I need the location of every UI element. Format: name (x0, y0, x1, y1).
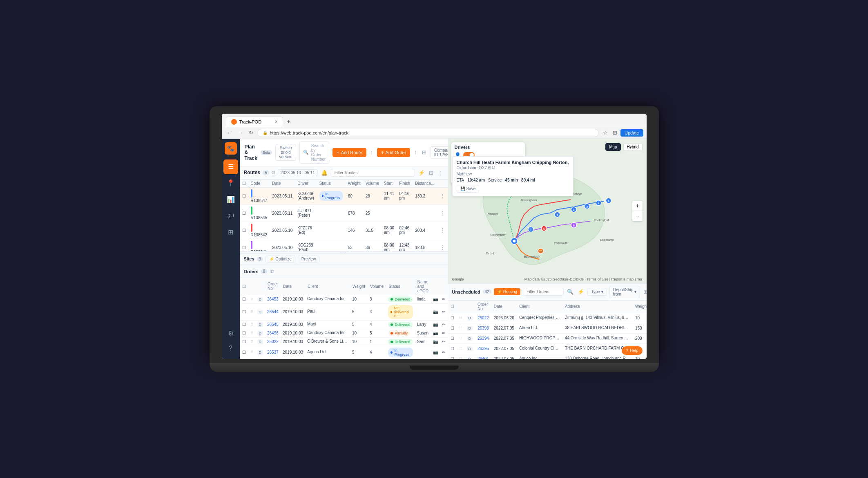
drag-handle[interactable]: ⠿ (248, 329, 255, 337)
order-edit-icon[interactable]: ✏ (440, 295, 447, 303)
back-btn[interactable]: ← (225, 129, 234, 137)
unsched-order-no[interactable]: 26395 (475, 343, 491, 354)
help-button[interactable]: ? Help (622, 346, 642, 355)
table-row[interactable]: ☐ R138545 2023.05.11 JUL871 (Peter) 678 … (240, 204, 448, 222)
order-number[interactable]: 26453 (265, 295, 281, 303)
sidebar-item-menu[interactable]: ☰ (223, 159, 238, 174)
list-item[interactable]: ☐ ⠿ D 26395 2022.07.05 Colonial Country … (448, 343, 647, 354)
view-toggle-icon[interactable]: ⊞ (428, 169, 434, 177)
optimize-button[interactable]: ⚡ Optimize (266, 256, 295, 263)
orders-filter-options[interactable]: ⚡ (577, 288, 585, 296)
row-checkbox[interactable]: ☐ (240, 204, 248, 222)
drag-handle[interactable]: ⠿ (457, 343, 464, 354)
unscheduled-view-toggle[interactable]: ⊞ (643, 288, 646, 296)
url-bar[interactable]: 🔒 https://web.track-pod.com/en/plan-trac… (257, 129, 599, 137)
row-checkbox[interactable]: ☐ (240, 303, 248, 320)
row-checkbox[interactable]: ☐ (448, 343, 457, 354)
search-box[interactable]: 🔍 Search by Order Number (299, 141, 330, 164)
order-number[interactable]: 26545 (265, 320, 281, 329)
order-edit-icon[interactable]: ✏ (440, 337, 447, 346)
zoom-in-btn[interactable]: + (632, 201, 642, 211)
upload-icon[interactable]: ↑ (413, 148, 418, 156)
add-route-button[interactable]: + Add Route (332, 148, 366, 157)
map-type-hybrid-btn[interactable]: Hybrid (623, 143, 643, 151)
table-row[interactable]: ☐ ⠿ D 26537 2019.10.03 Agrico Ltd. 5 4 I… (240, 346, 448, 359)
row-checkbox[interactable]: ☐ (240, 239, 248, 251)
more-options-icon[interactable]: ⋮ (437, 169, 444, 177)
bell-icon[interactable]: 🔔 (320, 169, 328, 177)
refresh-btn[interactable]: ↻ (247, 129, 255, 137)
map-area[interactable]: 8 7 5 4 3 2 (448, 139, 647, 283)
order-edit-icon[interactable]: ✏ (440, 303, 447, 320)
table-row[interactable]: ☐ ⠿ D 25022 2019.10.03 C Brewer & Sons L… (240, 337, 448, 346)
order-camera-icon[interactable]: 📷 (431, 295, 440, 303)
extensions-icon[interactable]: ⊞ (611, 129, 619, 137)
filter-icon[interactable]: ⚡ (417, 169, 426, 177)
order-number[interactable]: 26496 (265, 329, 281, 337)
order-edit-icon[interactable]: ✏ (440, 346, 447, 359)
table-row[interactable]: ☐ R138547 2023.05.11 KCG239 (Andrew) In … (240, 187, 448, 204)
routes-checkbox[interactable]: ☑ (272, 171, 275, 175)
bookmark-icon[interactable]: ☆ (601, 129, 609, 137)
route-more-btn[interactable]: ⋮ (437, 239, 448, 251)
drag-handle[interactable]: ⠿ (248, 320, 255, 329)
filter-orders-icon[interactable]: 🔍 (566, 288, 574, 296)
row-checkbox[interactable]: ☐ (240, 295, 248, 303)
drag-handle[interactable]: ⠿ (248, 295, 255, 303)
drag-handle[interactable]: ⠿ (248, 346, 255, 359)
drag-handle[interactable]: ⠿ (248, 337, 255, 346)
order-camera-icon[interactable]: 📷 (431, 320, 440, 329)
row-checkbox[interactable]: ☐ (240, 337, 248, 346)
add-order-button[interactable]: + Add Order (377, 148, 410, 157)
preview-button[interactable]: Preview (298, 256, 320, 263)
routing-button[interactable]: ⚡ Routing (494, 288, 520, 295)
order-camera-icon[interactable]: 📷 (431, 329, 440, 337)
route-more-btn[interactable]: ⋮ (437, 187, 448, 204)
list-item[interactable]: ☐ ⠿ D 25022 2023.06.20 Centpret Properti… (448, 313, 647, 323)
filter-routes-input[interactable] (331, 169, 415, 177)
forward-btn[interactable]: → (236, 129, 245, 137)
order-number[interactable]: 26544 (265, 303, 281, 320)
unsched-order-no[interactable]: 26394 (475, 333, 491, 343)
zoom-out-btn[interactable]: − (632, 211, 642, 221)
map-type-map-btn[interactable]: Map (605, 143, 620, 151)
route-more-btn[interactable]: ⋮ (437, 222, 448, 239)
drag-handle[interactable]: ⠿ (457, 313, 464, 323)
map-save-button[interactable]: 💾 Save (457, 185, 480, 193)
new-tab-btn[interactable]: + (284, 116, 294, 127)
sidebar-item-settings[interactable]: ⚙ (223, 326, 238, 341)
list-item[interactable]: ☐ ⠿ D 26394 2022.07.05 HIGHWOOD PROPERTI… (448, 333, 647, 343)
unsched-order-no[interactable]: 26401 (475, 354, 491, 359)
route-more-btn[interactable]: ⋮ (437, 204, 448, 222)
drag-handle[interactable]: ⠿ (457, 323, 464, 333)
export-icon[interactable]: ↑ (370, 148, 374, 156)
order-number[interactable]: 25022 (265, 337, 281, 346)
tab-close-btn[interactable]: ✕ (274, 119, 278, 124)
browser-tab-active[interactable]: Track-POD ✕ (226, 117, 283, 127)
table-row[interactable]: ☐ ⠿ D 26544 2019.10.03 Paul 5 4 Not deli… (240, 303, 448, 320)
order-edit-icon[interactable]: ✏ (440, 329, 447, 337)
table-row[interactable]: ☐ ⠿ D 26453 2019.10.03 Candoxy Canada In… (240, 295, 448, 303)
drag-handle[interactable]: ⠿ (457, 333, 464, 343)
row-checkbox[interactable]: ☐ (240, 222, 248, 239)
order-camera-icon[interactable]: 📷 (431, 337, 440, 346)
row-checkbox[interactable]: ☐ (240, 329, 248, 337)
row-checkbox[interactable]: ☐ (240, 346, 248, 359)
sidebar-item-chart[interactable]: 📊 (223, 192, 238, 207)
order-camera-icon[interactable]: 📷 (431, 346, 440, 359)
depot-selector[interactable]: Depot/Ship from ▾ (609, 286, 640, 298)
sidebar-item-map[interactable]: 📍 (223, 176, 238, 191)
table-row[interactable]: ☐ R138542 2023.05.10 KFZ276 (Ed) 146 31.… (240, 222, 448, 239)
list-item[interactable]: ☐ ⠿ D 26401 2022.07.05 Agrico Inc. 138 O… (448, 354, 647, 359)
table-row[interactable]: ☐ ⠿ D 26496 2019.10.03 Candoxy Canada In… (240, 329, 448, 337)
unsched-order-no[interactable]: 25022 (475, 313, 491, 323)
sidebar-item-grid[interactable]: ⊞ (223, 225, 238, 240)
orders-copy-icon[interactable]: ⧉ (270, 267, 275, 276)
unsched-order-no[interactable]: 26393 (475, 323, 491, 333)
drag-handle[interactable]: ⠿ (248, 303, 255, 320)
update-button[interactable]: Update (620, 129, 643, 137)
date-range-selector[interactable]: 2023.05.10 - 05.11 (278, 169, 318, 176)
row-checkbox[interactable]: ☐ (448, 333, 457, 343)
row-checkbox[interactable]: ☐ (448, 354, 457, 359)
row-checkbox[interactable]: ☐ (240, 187, 248, 204)
